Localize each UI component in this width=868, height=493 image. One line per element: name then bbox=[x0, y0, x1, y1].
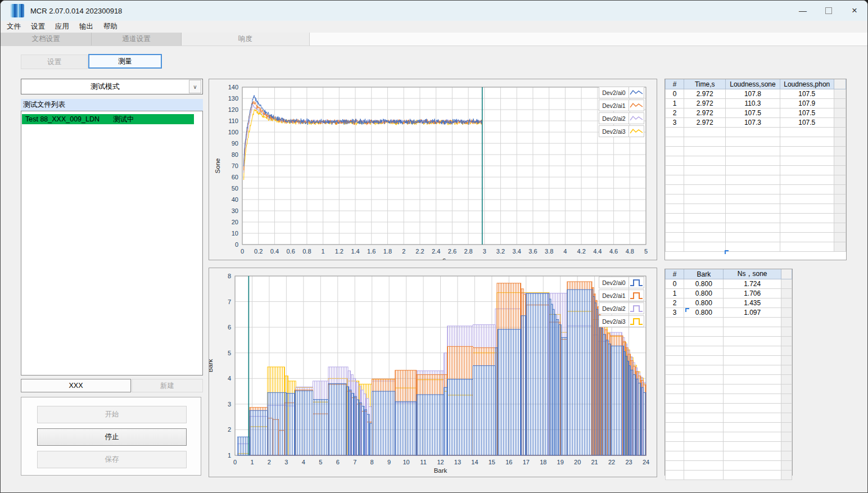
legend-entry-Dev2/ai3[interactable]: Dev2/ai3 bbox=[599, 125, 644, 137]
table-row[interactable]: 30.8001.097 bbox=[666, 308, 792, 318]
svg-text:40: 40 bbox=[232, 196, 238, 203]
table-cell bbox=[726, 175, 780, 185]
table-row[interactable] bbox=[666, 375, 792, 385]
svg-text:1.2: 1.2 bbox=[335, 248, 343, 255]
table-row[interactable]: 10.8001.706 bbox=[666, 289, 792, 298]
table-row[interactable] bbox=[666, 195, 846, 204]
legend-entry-Dev2/ai2[interactable]: Dev2/ai2 bbox=[599, 302, 644, 314]
menu-file[interactable]: 文件 bbox=[2, 22, 26, 31]
table-cell bbox=[684, 195, 726, 204]
scrollbar-gutter bbox=[781, 385, 792, 394]
legend-entry-Dev2/ai0[interactable]: Dev2/ai0 bbox=[599, 87, 644, 98]
table-row[interactable] bbox=[666, 128, 846, 137]
legend-entry-Dev2/ai1[interactable]: Dev2/ai1 bbox=[599, 290, 644, 301]
table-cell bbox=[684, 166, 726, 175]
table-row[interactable] bbox=[666, 147, 846, 156]
svg-text:11: 11 bbox=[420, 459, 426, 465]
loudness-time-chart[interactable]: 00.20.40.60.811.21.41.61.822.22.42.62.83… bbox=[209, 79, 657, 260]
loudness-results-table[interactable]: #Time,sLoudness,soneLoudness,phon02.9721… bbox=[665, 79, 846, 252]
subtab-settings[interactable]: 设置 bbox=[21, 55, 88, 69]
xxx-button[interactable]: XXX bbox=[21, 379, 131, 392]
table-row[interactable] bbox=[666, 356, 792, 365]
table-row[interactable]: 00.8001.724 bbox=[666, 279, 792, 289]
step-bar-icon bbox=[629, 277, 644, 288]
subtab-measure[interactable]: 测量 bbox=[88, 54, 162, 69]
table-row[interactable] bbox=[666, 413, 792, 423]
table-row[interactable] bbox=[666, 461, 792, 471]
svg-text:1: 1 bbox=[322, 248, 325, 255]
table-row[interactable]: 02.972107.8107.5 bbox=[666, 89, 846, 99]
table-row[interactable] bbox=[666, 233, 846, 242]
minimize-button[interactable]: — bbox=[790, 1, 816, 21]
scrollbar-gutter bbox=[834, 214, 846, 223]
table-row[interactable] bbox=[666, 365, 792, 375]
table-row[interactable] bbox=[666, 404, 792, 413]
list-item-test-file[interactable]: Test 88_XXX_009_LDN 测试中 bbox=[22, 114, 194, 124]
table-row[interactable] bbox=[666, 337, 792, 346]
table-row[interactable] bbox=[666, 451, 792, 461]
table-row[interactable] bbox=[666, 156, 846, 166]
menu-apply[interactable]: 应用 bbox=[50, 22, 74, 31]
maximize-button[interactable] bbox=[816, 1, 842, 21]
scrollbar-gutter bbox=[834, 166, 846, 175]
svg-text:2: 2 bbox=[228, 426, 231, 433]
new-button[interactable]: 新建 bbox=[132, 379, 203, 392]
table-row[interactable] bbox=[666, 327, 792, 337]
table-cell bbox=[666, 471, 684, 480]
specific-loudness-chart[interactable]: 0123456789101112131415161718192021222324… bbox=[209, 268, 657, 477]
table-row[interactable] bbox=[666, 346, 792, 356]
table-row[interactable] bbox=[666, 385, 792, 394]
table-row[interactable] bbox=[666, 137, 846, 147]
tab-channel-settings[interactable]: 通道设置 bbox=[92, 33, 182, 46]
tab-document-settings[interactable]: 文档设置 bbox=[1, 33, 92, 46]
table-cell bbox=[684, 451, 724, 461]
menu-settings[interactable]: 设置 bbox=[26, 22, 50, 31]
table-cell bbox=[684, 442, 724, 451]
table-cell: 1.724 bbox=[724, 279, 781, 289]
table-row[interactable] bbox=[666, 175, 846, 185]
svg-text:2.8: 2.8 bbox=[464, 248, 472, 255]
legend-label: Dev2/ai2 bbox=[599, 112, 629, 124]
test-mode-select[interactable]: 测试模式 ∨ bbox=[21, 79, 203, 94]
table-row[interactable] bbox=[666, 423, 792, 432]
table-row[interactable]: 12.972110.3107.9 bbox=[666, 99, 846, 108]
table-row[interactable]: 32.972107.3107.5 bbox=[666, 118, 846, 128]
table-row[interactable] bbox=[666, 242, 846, 252]
table-row[interactable]: 20.8001.435 bbox=[666, 298, 792, 308]
legend-label: Dev2/ai2 bbox=[599, 302, 629, 314]
table-row[interactable] bbox=[666, 394, 792, 404]
loudness-table-panel[interactable]: #Time,sLoudness,soneLoudness,phon02.9721… bbox=[664, 79, 847, 260]
legend-entry-Dev2/ai3[interactable]: Dev2/ai3 bbox=[599, 315, 644, 327]
bark-results-table[interactable]: #BarkNs，sone00.8001.72410.8001.70620.800… bbox=[665, 269, 792, 480]
table-cell bbox=[684, 185, 726, 195]
scrollbar-gutter bbox=[781, 461, 792, 471]
test-file-list[interactable]: Test 88_XXX_009_LDN 测试中 bbox=[21, 111, 203, 376]
table-row[interactable] bbox=[666, 318, 792, 327]
table-cell: 107.5 bbox=[726, 108, 780, 118]
waveform-icon bbox=[629, 112, 644, 124]
chevron-down-icon[interactable]: ∨ bbox=[189, 80, 201, 93]
table-row[interactable] bbox=[666, 442, 792, 451]
stop-button[interactable]: 停止 bbox=[37, 428, 187, 446]
legend-entry-Dev2/ai1[interactable]: Dev2/ai1 bbox=[599, 99, 644, 111]
menu-help[interactable]: 帮助 bbox=[98, 22, 123, 31]
menu-output[interactable]: 输出 bbox=[74, 22, 98, 31]
close-button[interactable]: × bbox=[842, 1, 867, 21]
table-cell bbox=[684, 223, 726, 233]
table-row[interactable] bbox=[666, 471, 792, 480]
legend-entry-Dev2/ai0[interactable]: Dev2/ai0 bbox=[599, 277, 644, 288]
table-cell bbox=[724, 413, 781, 423]
table-row[interactable] bbox=[666, 432, 792, 442]
table-row[interactable] bbox=[666, 223, 846, 233]
table-row[interactable] bbox=[666, 214, 846, 223]
table-row[interactable] bbox=[666, 166, 846, 175]
save-button[interactable]: 保存 bbox=[37, 451, 187, 468]
tab-loudness[interactable]: 响度 bbox=[182, 33, 310, 46]
table-row[interactable] bbox=[666, 204, 846, 214]
legend-entry-Dev2/ai2[interactable]: Dev2/ai2 bbox=[599, 112, 644, 124]
maximize-icon bbox=[825, 7, 832, 14]
table-row[interactable] bbox=[666, 185, 846, 195]
table-row[interactable]: 22.972107.5107.5 bbox=[666, 108, 846, 118]
bark-table-panel[interactable]: #BarkNs，sone00.8001.72410.8001.70620.800… bbox=[664, 269, 793, 476]
start-button[interactable]: 开始 bbox=[37, 406, 187, 423]
